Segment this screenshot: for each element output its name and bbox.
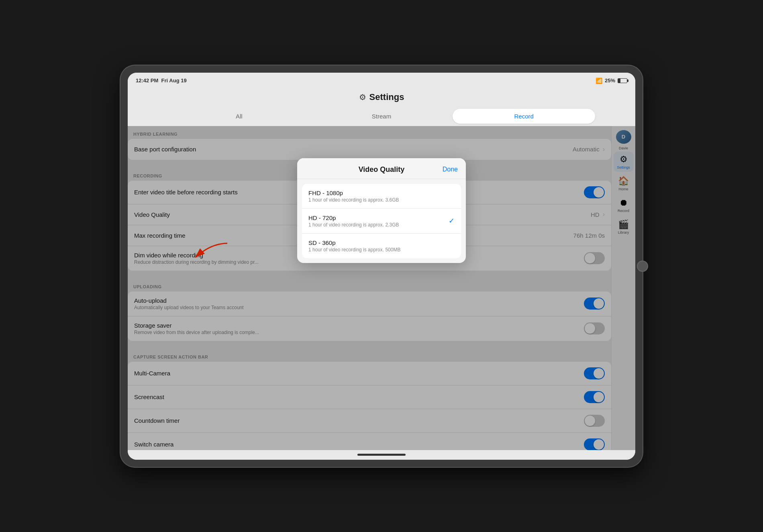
hd-subtitle: 1 hour of video recording is approx. 2.3… [308,222,399,228]
status-indicators: 📶 25% [596,77,627,84]
ipad-frame: 12:42 PM Fri Aug 19 📶 25% ⚙ Settings All [120,65,643,467]
video-quality-modal: Video Quality Done FHD - 1080p 1 hour of… [297,158,466,263]
gear-icon: ⚙ [359,92,366,102]
status-bar: 12:42 PM Fri Aug 19 📶 25% [128,73,635,87]
modal-body: FHD - 1080p 1 hour of video recording is… [302,184,461,258]
fhd-subtitle: 1 hour of video recording is approx. 3.6… [308,197,399,203]
page-header: ⚙ Settings [128,87,635,106]
modal-done-button[interactable]: Done [442,166,458,173]
modal-title: Video Quality [321,165,442,174]
tab-record[interactable]: Record [453,109,595,124]
battery-pct: 25% [605,77,615,84]
quality-option-hd[interactable]: HD - 720p 1 hour of video recording is a… [302,209,461,234]
quality-option-sd[interactable]: SD - 360p 1 hour of video recording is a… [302,234,461,258]
quality-option-fhd[interactable]: FHD - 1080p 1 hour of video recording is… [302,184,461,209]
modal-header: Video Quality Done [297,158,466,179]
home-button[interactable] [637,261,648,272]
ipad-screen: 12:42 PM Fri Aug 19 📶 25% ⚙ Settings All [128,73,635,460]
page-title: Settings [369,92,404,102]
tab-stream[interactable]: Stream [310,109,453,124]
modal-overlay[interactable]: Video Quality Done FHD - 1080p 1 hour of… [128,126,635,450]
arrow-annotation [187,239,235,265]
battery-icon [618,78,627,83]
sd-label: SD - 360p [308,239,400,246]
sd-subtitle: 1 hour of video recording is approx. 500… [308,247,400,253]
hd-check: ✓ [449,216,455,225]
tab-bar: All Stream Record [128,106,635,126]
tab-all[interactable]: All [168,109,310,124]
home-indicator [357,454,406,456]
status-time: 12:42 PM Fri Aug 19 [136,77,187,84]
home-indicator-bar [128,450,635,460]
hd-label: HD - 720p [308,214,399,221]
wifi-icon: 📶 [596,77,602,84]
fhd-label: FHD - 1080p [308,190,399,196]
